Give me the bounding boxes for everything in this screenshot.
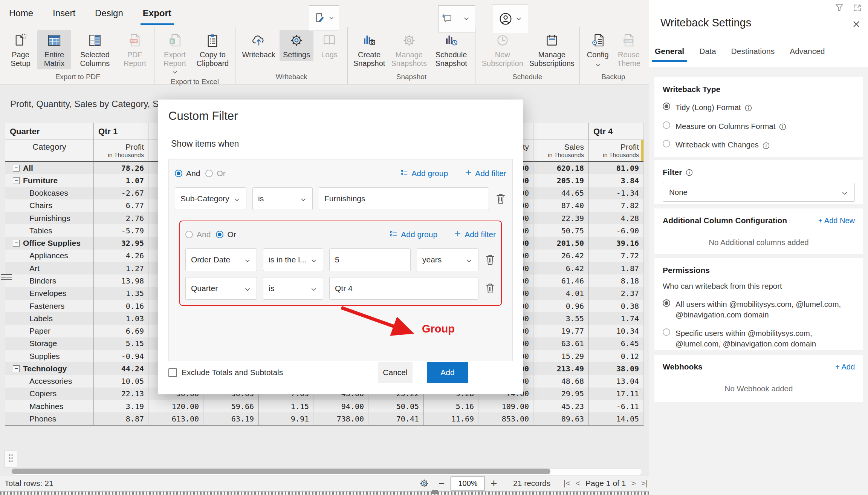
drag-handle-icon[interactable] xyxy=(1,272,12,282)
cell[interactable]: 1.74 xyxy=(588,312,643,325)
cell[interactable]: 853.00 xyxy=(478,412,533,425)
row-label-supplies[interactable]: Supplies xyxy=(5,350,93,362)
ribbon-tab-insert[interactable]: Insert xyxy=(52,6,76,20)
cell[interactable]: 3.55 xyxy=(533,312,588,325)
cell[interactable]: 45.23 xyxy=(533,400,588,412)
cell[interactable]: 94.00 xyxy=(313,400,368,412)
entire-matrix-button[interactable]: Entire Matrix xyxy=(37,30,71,69)
row-label-chairs[interactable]: Chairs xyxy=(5,199,93,212)
row-label-phones[interactable]: Phones xyxy=(5,412,93,425)
value-input[interactable]: Furnishings xyxy=(319,187,489,210)
info-icon[interactable] xyxy=(779,123,786,130)
radio-writeback-changes[interactable]: Writeback with Changes xyxy=(663,139,855,150)
cell[interactable]: 109.00 xyxy=(478,400,533,412)
outer-add-group-link[interactable]: Add group xyxy=(400,169,448,179)
value-input[interactable]: 5 xyxy=(329,248,411,271)
cell[interactable]: 70.41 xyxy=(368,412,423,425)
comment-button[interactable] xyxy=(438,5,475,32)
add-new-link[interactable]: + Add New xyxy=(818,216,855,225)
cell[interactable]: 0.96 xyxy=(533,300,588,312)
cell[interactable]: 1.15 xyxy=(258,400,313,412)
settings-button[interactable]: Settings xyxy=(280,30,313,61)
row-label-envelopes[interactable]: Envelopes xyxy=(5,287,93,300)
outer-logic-or[interactable]: Or xyxy=(205,166,225,181)
operator-select[interactable]: is xyxy=(263,277,323,300)
cell[interactable]: 6.45 xyxy=(588,337,643,350)
cell[interactable]: -0.94 xyxy=(93,350,148,362)
cell[interactable]: 738.00 xyxy=(313,412,368,425)
new-subscription-button[interactable]: New Subscription xyxy=(478,30,527,69)
cell[interactable]: -6.11 xyxy=(588,400,643,412)
comment-dropdown[interactable] xyxy=(458,6,475,32)
outer-add-filter-link[interactable]: Add filter xyxy=(465,169,506,178)
inner-add-filter-link[interactable]: Add filter xyxy=(454,230,496,239)
outer-logic-and[interactable]: And xyxy=(175,166,200,181)
cell[interactable]: 0.16 xyxy=(93,300,148,312)
trash-icon[interactable] xyxy=(495,192,506,205)
filter-select[interactable]: None xyxy=(663,183,855,202)
cell[interactable]: 3.84 xyxy=(588,174,643,187)
cell[interactable]: 39.16 xyxy=(588,237,643,250)
row-label-labels[interactable]: Labels xyxy=(5,312,93,325)
reuse-theme-button[interactable]: JSONReuse Theme xyxy=(614,30,644,69)
logs-button[interactable]: Logs xyxy=(314,30,344,61)
field-select[interactable]: Sub-Category xyxy=(175,187,246,210)
inner-logic-and[interactable]: And xyxy=(185,227,211,242)
prev-page-button[interactable]: < xyxy=(576,479,580,488)
selected-columns-button[interactable]: Selected Columns xyxy=(72,30,118,69)
account-button[interactable] xyxy=(492,5,528,33)
trash-icon[interactable] xyxy=(484,253,496,266)
cell[interactable]: 29.95 xyxy=(533,388,588,400)
cell[interactable]: 63.19 xyxy=(203,412,258,425)
collapse-icon[interactable]: − xyxy=(13,365,20,372)
row-label-copiers[interactable]: Copiers xyxy=(5,388,93,400)
radio-tidy-format[interactable]: Tidy (Long) Format xyxy=(663,102,855,113)
cell[interactable]: 87.40 xyxy=(533,199,588,212)
info-icon[interactable] xyxy=(745,104,752,111)
row-label-art[interactable]: Art xyxy=(5,262,93,274)
tab-general[interactable]: General xyxy=(655,47,684,62)
cell[interactable]: 50.75 xyxy=(533,224,588,237)
row-label-furnishings[interactable]: Furnishings xyxy=(5,212,93,224)
cell[interactable]: 8.87 xyxy=(93,412,148,425)
cell[interactable]: -6.90 xyxy=(588,224,643,237)
operator-select[interactable]: is xyxy=(252,187,313,210)
cell[interactable]: 44.24 xyxy=(93,362,148,375)
row-label-appliances[interactable]: Appliances xyxy=(5,250,93,262)
tab-data[interactable]: Data xyxy=(699,47,716,62)
config-button[interactable]: Config xyxy=(583,30,613,69)
row-label-office-supplies[interactable]: −Office Supplies xyxy=(5,237,93,250)
cell[interactable]: -1.34 xyxy=(588,187,643,199)
tab-advanced[interactable]: Advanced xyxy=(790,47,825,62)
zoom-level[interactable]: 100% xyxy=(451,477,485,490)
matrix-grip[interactable] xyxy=(5,450,17,467)
cell[interactable]: 2.76 xyxy=(93,212,148,224)
cell[interactable]: 1.03 xyxy=(93,312,148,325)
page-setup-button[interactable]: Page Setup xyxy=(5,30,37,69)
cancel-button[interactable]: Cancel xyxy=(378,362,413,383)
schedule-snapshot-button[interactable]: Schedule Snapshot xyxy=(431,30,472,69)
tab-destinations[interactable]: Destinations xyxy=(731,47,775,62)
cell[interactable]: 38.09 xyxy=(588,362,643,375)
cell[interactable]: 48.68 xyxy=(533,375,588,388)
cell[interactable]: 10.34 xyxy=(588,325,643,337)
cell[interactable]: 10.05 xyxy=(93,375,148,388)
info-icon[interactable] xyxy=(686,169,693,176)
export-report-button[interactable]: XExport Report xyxy=(157,30,193,78)
row-label-tables[interactable]: Tables xyxy=(5,224,93,237)
collapse-icon[interactable]: − xyxy=(13,177,20,184)
horizontal-scrollbar[interactable] xyxy=(11,468,642,475)
row-label-bookcases[interactable]: Bookcases xyxy=(5,187,93,199)
cell[interactable]: 201.50 xyxy=(533,237,588,250)
create-snapshot-button[interactable]: Create Snapshot xyxy=(351,30,388,69)
ribbon-tab-home[interactable]: Home xyxy=(8,6,34,20)
scrollbar-thumb[interactable] xyxy=(12,469,550,474)
inner-logic-or[interactable]: Or xyxy=(216,227,236,242)
collapse-icon[interactable]: − xyxy=(13,240,20,247)
cell[interactable]: 613.00 xyxy=(148,412,203,425)
cell[interactable]: 3.19 xyxy=(93,400,148,412)
cell[interactable]: 22.39 xyxy=(533,212,588,224)
cell[interactable]: 1.27 xyxy=(93,262,148,274)
cell[interactable]: -2.67 xyxy=(93,187,148,199)
add-button[interactable]: Add xyxy=(427,362,468,383)
